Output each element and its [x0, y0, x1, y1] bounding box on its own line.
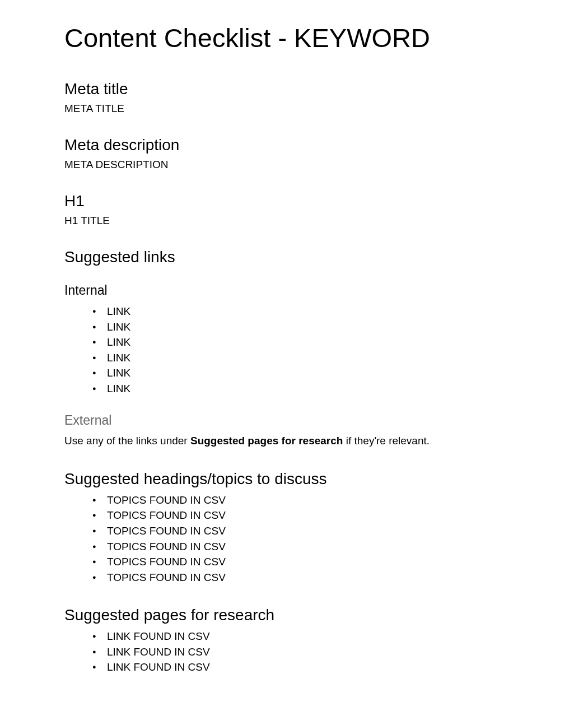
- list-item: LINK: [92, 304, 543, 319]
- external-text-bold: Suggested pages for research: [190, 435, 343, 447]
- list-item: TOPICS FOUND IN CSV: [92, 539, 543, 555]
- list-item: LINK: [92, 319, 543, 335]
- suggested-pages-heading: Suggested pages for research: [64, 606, 543, 624]
- list-item: TOPICS FOUND IN CSV: [92, 508, 543, 523]
- list-item: TOPICS FOUND IN CSV: [92, 570, 543, 585]
- topics-list: TOPICS FOUND IN CSV TOPICS FOUND IN CSV …: [64, 492, 543, 585]
- suggested-links-heading: Suggested links: [64, 248, 543, 266]
- list-item: LINK: [92, 381, 543, 397]
- list-item: LINK: [92, 350, 543, 366]
- page-title: Content Checklist - KEYWORD: [64, 22, 543, 53]
- external-subheading: External: [64, 413, 543, 428]
- internal-links-list: LINK LINK LINK LINK LINK LINK: [64, 304, 543, 396]
- external-text-suffix: if they're relevant.: [343, 435, 430, 447]
- meta-description-heading: Meta description: [64, 136, 543, 154]
- list-item: TOPICS FOUND IN CSV: [92, 492, 543, 508]
- list-item: LINK FOUND IN CSV: [92, 629, 543, 644]
- list-item: LINK: [92, 365, 543, 381]
- meta-description-value: META DESCRIPTION: [64, 159, 543, 171]
- list-item: LINK FOUND IN CSV: [92, 644, 543, 660]
- list-item: LINK: [92, 334, 543, 350]
- external-text-prefix: Use any of the links under: [64, 435, 190, 447]
- list-item: TOPICS FOUND IN CSV: [92, 554, 543, 570]
- suggested-topics-heading: Suggested headings/topics to discuss: [64, 470, 543, 488]
- research-pages-list: LINK FOUND IN CSV LINK FOUND IN CSV LINK…: [64, 629, 543, 675]
- external-text: Use any of the links under Suggested pag…: [64, 434, 543, 449]
- h1-heading: H1: [64, 192, 543, 210]
- meta-title-heading: Meta title: [64, 80, 543, 98]
- list-item: LINK FOUND IN CSV: [92, 659, 543, 675]
- meta-title-value: META TITLE: [64, 103, 543, 115]
- h1-value: H1 TITLE: [64, 215, 543, 227]
- list-item: TOPICS FOUND IN CSV: [92, 523, 543, 539]
- internal-subheading: Internal: [64, 283, 543, 298]
